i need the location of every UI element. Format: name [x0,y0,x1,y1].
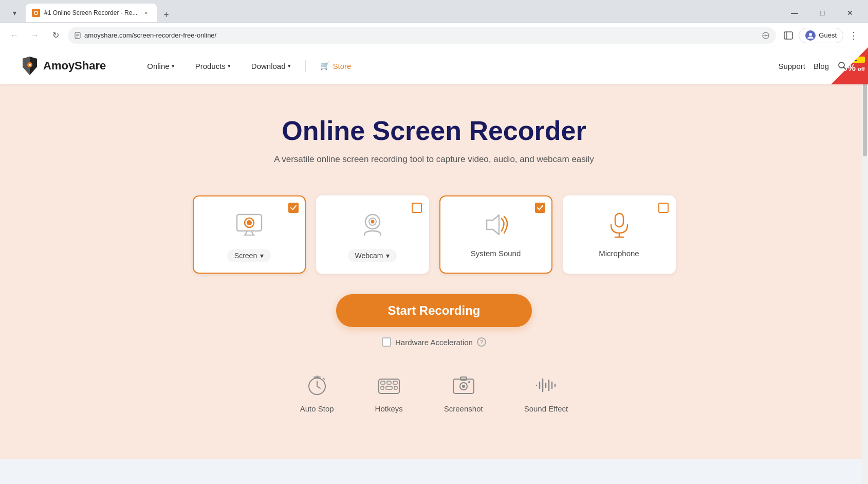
forward-btn: → [27,27,43,44]
hardware-acceleration-label: Hardware Acceleration [395,338,473,347]
back-btn: ← [6,27,23,44]
feature-auto-stop[interactable]: Auto Stop [300,372,334,413]
profile-btn[interactable]: Guest [799,28,843,43]
svg-point-11 [809,33,812,36]
profile-label: Guest [819,31,837,39]
screen-chevron-icon: ▾ [260,252,264,260]
svg-rect-9 [784,32,792,39]
hero-title: Online Screen Recorder [10,115,858,146]
nav-products[interactable]: Products ▾ [185,47,241,84]
svg-point-23 [247,220,252,225]
hotkeys-label: Hotkeys [375,404,403,413]
webcam-dropdown[interactable]: Webcam ▾ [348,249,397,262]
svg-rect-43 [394,386,397,389]
svg-point-26 [371,220,374,224]
auto-stop-icon [304,372,330,398]
svg-rect-28 [615,213,623,227]
store-cart-icon: 🛒 [320,61,330,70]
svg-rect-38 [381,381,385,384]
sound-effect-label: Sound Effect [524,404,568,413]
tab-close-btn[interactable]: × [141,8,151,17]
screen-checkbox[interactable] [288,203,299,213]
svg-point-48 [468,381,470,383]
minimize-btn[interactable]: — [783,5,806,21]
logo-icon [21,57,39,75]
webcam-card: Webcam ▾ [316,195,429,274]
svg-marker-27 [487,215,499,235]
recording-options: Screen ▾ Webcam ▾ [126,185,743,284]
svg-point-2 [35,12,38,14]
svg-point-15 [29,64,31,66]
nav-online[interactable]: Online ▾ [137,47,184,84]
site-nav: AmoyShare Online ▾ Products ▾ Download ▾ [0,47,868,84]
nav-separator [305,60,306,72]
start-recording-btn[interactable]: Start Recording [336,294,531,327]
screenshot-icon [451,372,476,398]
feature-sound-effect[interactable]: Sound Effect [524,372,568,413]
webcam-checkbox[interactable] [412,203,422,213]
refresh-btn[interactable]: ↻ [47,27,64,44]
webcam-icon [355,207,391,243]
svg-line-33 [317,386,320,388]
system-sound-checkbox[interactable] [535,203,545,213]
hardware-acceleration-checkbox[interactable] [382,337,391,347]
hardware-acceleration-area: Hardware Acceleration ? [0,332,868,352]
tab-favicon [32,9,40,17]
nav-links: Online ▾ Products ▾ Download ▾ 🛒 Store [137,47,778,84]
start-btn-area: Start Recording [0,284,868,332]
screen-card: Screen ▾ [193,195,306,274]
nav-download[interactable]: Download ▾ [241,47,301,84]
screen-icon [231,207,267,243]
active-tab[interactable]: #1 Online Screen Recorder - Re... × [26,4,157,22]
system-sound-card: System Sound [439,195,552,274]
nav-right: Support Blog [778,61,847,71]
close-btn[interactable]: ✕ [838,5,862,21]
tab-history-btn[interactable]: ▾ [6,5,23,21]
sound-effect-icon [533,372,559,398]
microphone-card: Microphone [563,195,676,274]
svg-rect-42 [386,386,392,389]
logo-text: AmoyShare [43,59,106,73]
nav-blog[interactable]: Blog [814,62,829,70]
feature-screenshot[interactable]: Screenshot [444,372,483,413]
svg-line-36 [323,378,325,380]
address-bar[interactable] [68,27,776,44]
svg-rect-39 [387,381,391,384]
system-sound-label: System Sound [471,249,521,258]
svg-rect-41 [381,386,384,389]
scrollbar[interactable] [862,47,868,484]
sidebar-toggle-btn[interactable] [780,27,797,44]
logo[interactable]: AmoyShare [21,57,106,75]
svg-line-17 [844,67,846,70]
svg-point-46 [462,385,465,388]
system-sound-icon [478,207,514,243]
webcam-chevron-icon: ▾ [386,252,390,260]
screen-dropdown[interactable]: Screen ▾ [227,249,271,262]
tab-title: #1 Online Screen Recorder - Re... [44,9,137,16]
new-tab-btn[interactable]: + [159,8,173,22]
hero-subtitle: A versatile online screen recording tool… [10,154,858,165]
webcam-label: Webcam [355,252,383,260]
microphone-icon [601,207,637,243]
features-row: Auto Stop Hotkeys [0,352,868,428]
hotkeys-icon [376,372,402,398]
microphone-checkbox[interactable] [658,203,669,213]
auto-stop-label: Auto Stop [300,404,334,413]
maximize-btn[interactable]: □ [810,5,834,21]
svg-rect-40 [393,381,397,384]
nav-support[interactable]: Support [778,62,805,70]
nav-store[interactable]: 🛒 Store [310,61,362,70]
screen-label: Screen [234,252,257,260]
feature-hotkeys[interactable]: Hotkeys [375,372,403,413]
microphone-label: Microphone [599,249,639,258]
hero-section: Online Screen Recorder A versatile onlin… [0,84,868,185]
hardware-acceleration-help-icon[interactable]: ? [477,337,486,347]
screenshot-label: Screenshot [444,404,483,413]
profile-icon [805,30,816,41]
chrome-menu-btn[interactable]: ⋮ [845,27,862,44]
